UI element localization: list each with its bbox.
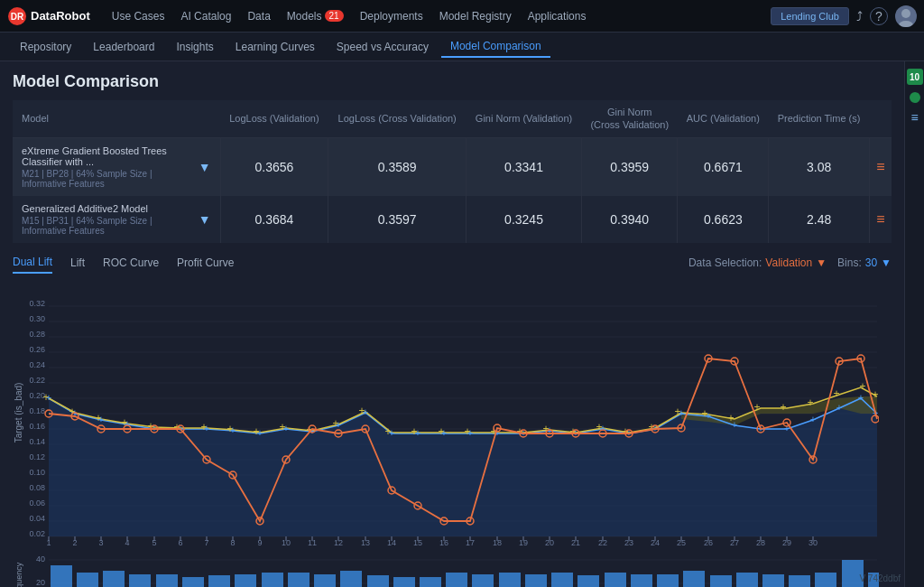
nav-item-use-cases[interactable]: Use Cases <box>105 6 172 26</box>
svg-rect-218 <box>367 575 389 587</box>
svg-text:+: + <box>467 427 473 438</box>
subnav-learning-curves[interactable]: Learning Curves <box>226 37 324 57</box>
nav-right: Lending Club ⤴ ? <box>771 5 917 27</box>
svg-text:23: 23 <box>624 538 633 545</box>
model1-chevron[interactable]: ▼ <box>199 160 211 174</box>
subnav-speed-vs-accuracy[interactable]: Speed vs Accuracy <box>328 37 438 57</box>
tab-profit-curve[interactable]: Profit Curve <box>168 253 243 273</box>
model2-gini-val: 0.3245 <box>467 196 582 243</box>
share-icon[interactable]: ⤴ <box>856 9 863 23</box>
model2-name: Generalized Additive2 Model <box>22 203 193 214</box>
logo-text: DataRobot <box>31 9 90 23</box>
svg-rect-231 <box>710 575 732 587</box>
svg-text:25: 25 <box>677 538 686 545</box>
svg-rect-227 <box>605 573 626 587</box>
svg-text:+: + <box>415 427 420 438</box>
svg-text:27: 27 <box>730 538 739 545</box>
svg-rect-225 <box>551 573 573 587</box>
svg-text:0.08: 0.08 <box>29 483 45 492</box>
svg-text:0.26: 0.26 <box>29 345 45 354</box>
col-pred-time: Prediction Time (s) <box>769 100 870 137</box>
svg-text:5: 5 <box>152 538 156 545</box>
col-gini-val: Gini Norm (Validation) <box>467 100 582 137</box>
svg-rect-232 <box>736 573 758 587</box>
svg-rect-226 <box>578 575 599 587</box>
svg-text:40: 40 <box>36 554 45 564</box>
svg-rect-234 <box>789 575 810 587</box>
svg-marker-37 <box>49 398 877 536</box>
col-model: Model <box>13 100 220 137</box>
model1-pred-time: 3.08 <box>769 137 870 196</box>
svg-rect-213 <box>235 574 256 587</box>
svg-rect-219 <box>393 577 415 587</box>
svg-text:21: 21 <box>571 538 580 545</box>
svg-text:Frequency: Frequency <box>14 562 23 587</box>
svg-text:0.30: 0.30 <box>29 314 45 323</box>
model1-auc: 0.6671 <box>678 137 769 196</box>
nav-item-model-registry[interactable]: Model Registry <box>432 6 519 26</box>
svg-rect-228 <box>631 574 652 587</box>
svg-point-2 <box>901 9 910 18</box>
svg-text:3: 3 <box>98 538 103 545</box>
svg-text:19: 19 <box>519 538 528 545</box>
lending-club-button[interactable]: Lending Club <box>771 7 849 25</box>
subnav-insights[interactable]: Insights <box>167 37 222 57</box>
col-auc: AUC (Validation) <box>678 100 769 137</box>
nav-item-ai-catalog[interactable]: AI Catalog <box>173 6 238 26</box>
svg-rect-214 <box>262 573 283 587</box>
svg-text:+: + <box>257 427 263 438</box>
data-selection-value[interactable]: Validation <box>765 256 812 269</box>
logo[interactable]: DR DataRobot <box>7 6 90 26</box>
model1-logloss-cv: 0.3589 <box>328 137 467 196</box>
nav-item-applications[interactable]: Applications <box>521 6 594 26</box>
svg-text:+: + <box>732 419 737 430</box>
model2-chevron[interactable]: ▼ <box>199 212 211 227</box>
sidebar-count-badge[interactable]: 10 <box>907 69 923 85</box>
tab-roc-curve[interactable]: ROC Curve <box>94 253 168 273</box>
svg-text:0.06: 0.06 <box>29 498 45 508</box>
model1-gini-val: 0.3341 <box>467 137 582 196</box>
bins-chevron-icon[interactable]: ▼ <box>881 256 892 269</box>
tab-lift[interactable]: Lift <box>61 253 94 273</box>
tab-dual-lift[interactable]: Dual Lift <box>13 252 52 274</box>
svg-text:+: + <box>46 392 51 403</box>
model2-menu[interactable]: ≡ <box>870 198 892 241</box>
svg-text:24: 24 <box>651 538 660 545</box>
col-logloss-cv: LogLoss (Cross Validation) <box>328 100 467 137</box>
svg-text:17: 17 <box>466 538 475 545</box>
svg-rect-233 <box>762 574 784 587</box>
col-logloss-val: LogLoss (Validation) <box>220 100 328 137</box>
help-icon[interactable]: ? <box>870 7 888 25</box>
svg-text:+: + <box>858 392 864 403</box>
bins-value[interactable]: 30 <box>865 256 877 269</box>
avatar[interactable] <box>895 5 917 27</box>
svg-text:8: 8 <box>230 538 235 545</box>
svg-text:9: 9 <box>257 538 262 545</box>
nav-item-models[interactable]: Models 21 <box>280 6 351 26</box>
svg-text:16: 16 <box>439 538 448 545</box>
svg-text:+: + <box>780 401 786 414</box>
sidebar-menu-icon[interactable]: ≡ <box>910 110 918 125</box>
svg-rect-229 <box>657 574 679 587</box>
chevron-down-icon[interactable]: ▼ <box>816 256 827 269</box>
model2-logloss-cv: 0.3597 <box>328 196 467 243</box>
sidebar-status-indicator <box>910 92 920 103</box>
model1-menu[interactable]: ≡ <box>870 145 892 189</box>
nav-item-data[interactable]: Data <box>240 6 277 26</box>
svg-text:20: 20 <box>36 578 45 587</box>
svg-text:11: 11 <box>308 538 317 545</box>
svg-text:0.24: 0.24 <box>29 360 45 369</box>
svg-rect-221 <box>446 573 467 587</box>
svg-text:7: 7 <box>204 538 208 545</box>
svg-rect-224 <box>525 574 547 587</box>
subnav-leaderboard[interactable]: Leaderboard <box>84 37 163 57</box>
svg-text:15: 15 <box>413 538 422 545</box>
nav-item-deployments[interactable]: Deployments <box>353 6 430 26</box>
table-row: Generalized Additive2 Model M15 | BP31 |… <box>13 196 892 243</box>
subnav-repository[interactable]: Repository <box>11 37 80 57</box>
svg-text:+: + <box>836 402 842 413</box>
chart-area: Target (is_bad) 0.02 0.04 0.06 0.08 0.10… <box>13 279 892 554</box>
subnav-model-comparison[interactable]: Model Comparison <box>441 36 550 58</box>
comparison-table: Model LogLoss (Validation) LogLoss (Cros… <box>13 100 892 243</box>
svg-text:1: 1 <box>46 538 51 545</box>
